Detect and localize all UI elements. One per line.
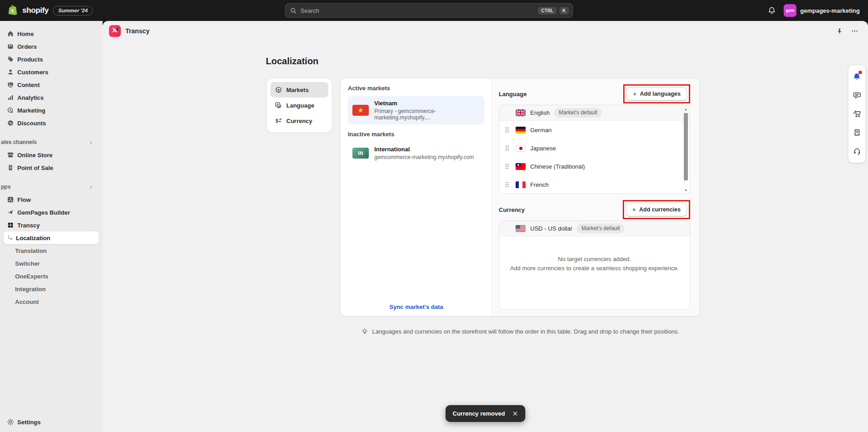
sidebar-item-localization[interactable]: Localization <box>4 231 99 244</box>
tab-markets[interactable]: $ Markets <box>270 82 328 98</box>
markets-globe-icon: $ <box>274 86 282 94</box>
sales-channels-label: ales channels <box>1 139 37 145</box>
tab-currency[interactable]: $ Currency <box>270 113 328 129</box>
language-currency-column: Language + Add languages English Market'… <box>492 78 699 316</box>
svg-text:$: $ <box>10 166 11 170</box>
toast-notification: Currency removed ✕ <box>445 405 525 422</box>
ellipsis-icon <box>851 27 858 35</box>
rail-notifications-button[interactable] <box>851 70 863 83</box>
language-row-japanese[interactable]: Japanese <box>499 139 690 157</box>
account-menu[interactable]: gem gempages-marketing <box>782 2 863 19</box>
rail-cart-button[interactable] <box>851 108 863 120</box>
language-name: Chinese (Traditional) <box>530 163 585 170</box>
sidebar-item-point-of-sale[interactable]: $ Point of Sale <box>4 161 99 174</box>
sidebar-item-integration[interactable]: Integration <box>4 283 99 295</box>
language-name: English <box>530 109 550 116</box>
marketing-icon <box>6 107 14 114</box>
notifications-button[interactable] <box>765 3 779 18</box>
sidebar-item-label: Online Store <box>17 152 52 159</box>
add-languages-button[interactable]: + Add languages <box>626 87 687 101</box>
sales-channels-header[interactable]: ales channels › <box>0 136 103 149</box>
transcy-app-icon: ✕ <box>109 25 121 37</box>
ctrl-keycap: CTRL <box>538 7 557 15</box>
sidebar-item-customers[interactable]: Customers <box>4 66 99 78</box>
market-name: International <box>374 146 474 153</box>
apps-label: pps <box>1 184 10 190</box>
sidebar-footer: Settings <box>0 416 103 428</box>
shopify-wordmark: shopify <box>22 6 49 15</box>
international-badge: IN <box>352 148 369 159</box>
language-icon: A <box>274 102 282 109</box>
tab-language[interactable]: A Language <box>270 98 328 113</box>
chat-icon <box>853 91 861 99</box>
tab-label: Currency <box>286 118 312 124</box>
language-row-german[interactable]: German <box>499 121 690 139</box>
sidebar-item-gempages[interactable]: GemPages Builder <box>4 206 99 219</box>
global-search[interactable]: CTRL K <box>285 3 573 18</box>
shopify-admin-screen: S shopify Summer '24 CTRL K gem gempages… <box>0 0 868 432</box>
scroll-up-icon[interactable]: ▲ <box>684 106 687 112</box>
drag-handle-icon[interactable] <box>505 145 511 151</box>
sidebar-item-online-store[interactable]: Online Store <box>4 149 99 161</box>
language-list: English Market's default German Japanese <box>499 105 690 194</box>
rail-chat-button[interactable] <box>851 89 863 102</box>
sidebar-item-orders[interactable]: Orders <box>4 40 99 53</box>
sidebar-item-label: Content <box>17 82 40 88</box>
sidebar-item-transcy[interactable]: Transcy <box>4 219 99 231</box>
store-name: gempages-marketing <box>800 7 860 14</box>
sidebar-item-switcher[interactable]: Switcher <box>4 257 99 270</box>
toast-close-button[interactable]: ✕ <box>512 410 518 417</box>
sidebar-item-translation[interactable]: Translation <box>4 244 99 257</box>
market-row-international[interactable]: IN International gemcommerce-marketing.m… <box>348 142 485 164</box>
svg-text:S: S <box>11 9 14 13</box>
sync-market-data-link[interactable]: Sync market's data <box>341 303 492 310</box>
sidebar-item-label: Analytics <box>17 94 44 101</box>
language-row-french[interactable]: French <box>499 175 690 194</box>
drag-handle-icon[interactable] <box>505 181 511 188</box>
sidebar-item-flow[interactable]: Flow <box>4 193 99 206</box>
sidebar: Home Orders Products Customers Content A… <box>0 21 103 432</box>
currency-name: USD - US dollar <box>530 225 572 232</box>
language-row-english[interactable]: English Market's default <box>499 105 690 121</box>
pos-device-icon: $ <box>6 164 14 172</box>
language-name: French <box>530 181 548 188</box>
drag-handle-icon[interactable] <box>505 163 511 170</box>
currency-row-usd[interactable]: USD - US dollar Market's default <box>499 221 690 237</box>
sidebar-item-content[interactable]: Content <box>4 78 99 91</box>
language-row-chinese-traditional[interactable]: Chinese (Traditional) <box>499 157 690 175</box>
sidebar-item-oneexperts[interactable]: OneExperts <box>4 270 99 283</box>
sidebar-item-marketing[interactable]: Marketing <box>4 104 99 117</box>
rail-invoice-button[interactable] <box>851 126 863 139</box>
svg-text:%: % <box>9 121 12 125</box>
rail-support-button[interactable] <box>851 145 863 158</box>
sidebar-item-settings[interactable]: Settings <box>4 416 99 428</box>
empty-state-title: No target currencies added. <box>558 255 631 264</box>
gempages-icon <box>6 209 14 216</box>
taiwan-flag-icon <box>516 163 526 170</box>
language-section-title: Language <box>499 91 527 98</box>
more-options-button[interactable] <box>848 25 862 37</box>
gear-icon <box>6 418 14 426</box>
apps-header[interactable]: pps › <box>0 180 103 193</box>
add-currencies-button[interactable]: + Add currencies <box>626 203 687 216</box>
bell-icon <box>768 6 776 15</box>
branch-arrow-icon <box>6 235 14 241</box>
topbar: S shopify Summer '24 CTRL K gem gempages… <box>0 0 868 21</box>
sidebar-item-label: Translation <box>15 247 46 254</box>
currency-section-header: Currency + Add currencies <box>499 201 690 219</box>
drag-handle-icon[interactable] <box>505 127 511 133</box>
home-icon <box>6 30 14 38</box>
sidebar-item-home[interactable]: Home <box>4 27 99 40</box>
shopify-logo[interactable]: S shopify Summer '24 <box>7 0 93 21</box>
sidebar-item-account[interactable]: Account <box>4 295 99 308</box>
app-header-actions <box>832 25 862 37</box>
sidebar-item-discounts[interactable]: % Discounts <box>4 117 99 129</box>
pin-button[interactable] <box>832 25 846 37</box>
market-row-vietnam[interactable]: ★ Vietnam Primary - gemcommerce-marketin… <box>348 96 485 124</box>
language-list-scrollbar[interactable]: ▲ ▼ <box>683 106 689 193</box>
sidebar-item-analytics[interactable]: Analytics <box>4 91 99 104</box>
search-input[interactable] <box>300 7 535 14</box>
sidebar-item-products[interactable]: Products <box>4 53 99 66</box>
scroll-down-icon[interactable]: ▼ <box>684 187 687 193</box>
scrollbar-thumb[interactable] <box>684 113 688 180</box>
